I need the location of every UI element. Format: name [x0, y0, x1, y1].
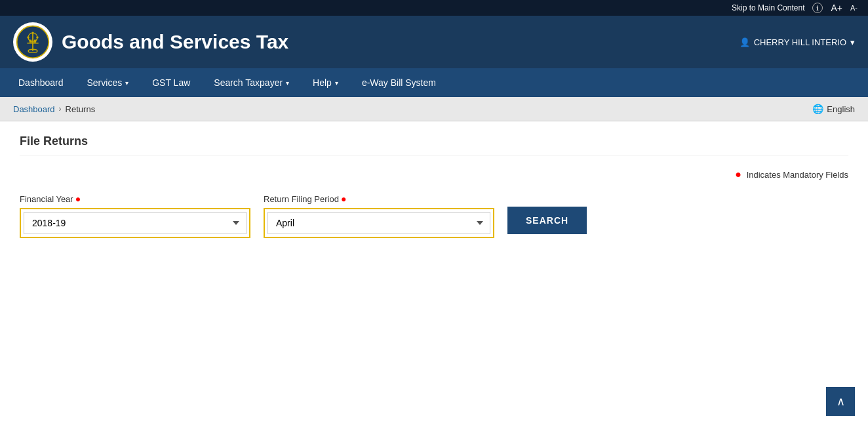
info-icon[interactable]: ℹ — [812, 3, 823, 13]
financial-year-wrapper: 2018-19 2017-18 2016-17 — [20, 208, 250, 238]
page-title: File Returns — [20, 134, 848, 155]
mandatory-dot: ● — [735, 169, 741, 180]
breadcrumb-dashboard-link[interactable]: Dashboard — [13, 104, 55, 114]
skip-to-main-link[interactable]: Skip to Main Content — [732, 3, 804, 12]
nav-item-dashboard[interactable]: Dashboard — [7, 68, 75, 97]
nav-services-label: Services — [87, 77, 123, 88]
emblem-svg — [16, 25, 50, 59]
nav-eway-label: e-Way Bill System — [362, 77, 436, 88]
search-button[interactable]: SEARCH — [507, 207, 587, 234]
government-emblem — [13, 22, 52, 62]
nav-item-gst-law[interactable]: GST Law — [140, 68, 202, 97]
nav-search-taxpayer-label: Search Taxpayer — [214, 77, 283, 88]
nav-item-help[interactable]: Help ▾ — [301, 68, 350, 97]
svg-point-7 — [31, 31, 33, 33]
breadcrumb-bar: Dashboard › Returns 🌐 English — [0, 97, 868, 121]
nav-item-eway-bill[interactable]: e-Way Bill System — [350, 68, 448, 97]
nav-help-label: Help — [313, 77, 332, 88]
svg-point-6 — [36, 36, 38, 38]
return-period-select[interactable]: April May June July August September Oct… — [267, 212, 490, 234]
scroll-to-top-button[interactable]: ∧ — [826, 387, 855, 416]
user-chevron-icon: ▾ — [850, 37, 855, 47]
language-label: English — [827, 104, 855, 114]
nav-dashboard-label: Dashboard — [18, 77, 64, 88]
return-period-required: ● — [341, 194, 346, 204]
font-increase-button[interactable]: A+ — [831, 3, 842, 13]
svg-point-5 — [27, 36, 29, 38]
user-icon: 👤 — [740, 37, 750, 47]
financial-year-select[interactable]: 2018-19 2017-18 2016-17 — [24, 212, 247, 234]
user-menu[interactable]: 👤 CHERRY HILL INTERIO ▾ — [740, 37, 855, 47]
breadcrumb-separator: › — [59, 104, 62, 113]
breadcrumb-current: Returns — [66, 104, 96, 114]
mandatory-note-text: Indicates Mandatory Fields — [747, 170, 848, 180]
site-header: Goods and Services Tax 👤 CHERRY HILL INT… — [0, 16, 868, 68]
site-title: Goods and Services Tax — [62, 31, 288, 53]
main-content: File Returns ● Indicates Mandatory Field… — [0, 121, 868, 417]
nav-item-search-taxpayer[interactable]: Search Taxpayer ▾ — [202, 68, 301, 97]
return-filing-period-group: Return Filing Period ● April May June Ju… — [264, 194, 494, 238]
help-arrow-icon: ▾ — [335, 79, 338, 87]
return-period-wrapper: April May June July August September Oct… — [264, 208, 494, 238]
font-decrease-button[interactable]: A- — [850, 4, 858, 12]
nav-gst-law-label: GST Law — [152, 77, 190, 88]
nav-item-services[interactable]: Services ▾ — [75, 68, 141, 97]
financial-year-group: Financial Year ● 2018-19 2017-18 2016-17 — [20, 194, 250, 238]
return-filing-period-label: Return Filing Period ● — [264, 194, 494, 204]
financial-year-required: ● — [75, 194, 81, 204]
services-arrow-icon: ▾ — [125, 79, 128, 87]
language-selector[interactable]: 🌐 English — [812, 104, 855, 114]
svg-rect-8 — [30, 40, 31, 43]
globe-icon: 🌐 — [812, 104, 823, 114]
top-accessibility-bar: Skip to Main Content ℹ A+ A- — [0, 0, 868, 16]
financial-year-label: Financial Year ● — [20, 194, 250, 204]
main-navbar: Dashboard Services ▾ GST Law Search Taxp… — [0, 68, 868, 97]
user-name: CHERRY HILL INTERIO — [754, 37, 846, 47]
header-left: Goods and Services Tax — [13, 22, 288, 62]
search-taxpayer-arrow-icon: ▾ — [286, 79, 289, 87]
svg-rect-9 — [34, 40, 36, 43]
mandatory-note: ● Indicates Mandatory Fields — [20, 169, 848, 180]
form-row: Financial Year ● 2018-19 2017-18 2016-17… — [20, 194, 848, 238]
breadcrumb: Dashboard › Returns — [13, 104, 95, 114]
